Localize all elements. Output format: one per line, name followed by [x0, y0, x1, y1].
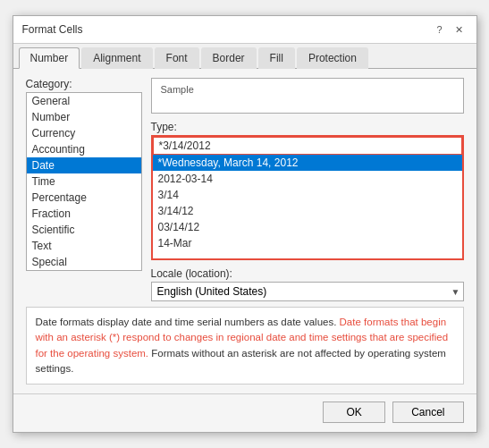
- locale-label: Locale (location):: [151, 267, 464, 280]
- tab-protection[interactable]: Protection: [297, 47, 368, 69]
- type-label: Type:: [151, 121, 464, 133]
- category-percentage[interactable]: Percentage: [27, 190, 141, 206]
- type-list-container[interactable]: *3/14/2012 *Wednesday, March 14, 2012 20…: [151, 135, 464, 260]
- category-custom[interactable]: Custom: [27, 270, 141, 271]
- category-special[interactable]: Special: [27, 254, 141, 270]
- close-button[interactable]: ✕: [451, 21, 468, 38]
- content-area: Category: General Number Currency Accoun…: [13, 69, 476, 393]
- format-cells-dialog: Format Cells ? ✕ Number Alignment Font B…: [13, 15, 477, 433]
- sample-label: Sample: [161, 84, 454, 95]
- tab-font[interactable]: Font: [155, 47, 199, 69]
- title-bar: Format Cells ? ✕: [13, 16, 476, 44]
- ok-button[interactable]: OK: [323, 402, 385, 423]
- type-list: *3/14/2012 *Wednesday, March 14, 2012 20…: [153, 137, 462, 251]
- category-label: Category:: [26, 78, 142, 90]
- category-general[interactable]: General: [27, 93, 141, 109]
- dialog-title: Format Cells: [22, 23, 83, 36]
- type-section: Type: *3/14/2012 *Wednesday, March 14, 2…: [151, 121, 464, 260]
- right-panel: Sample Type: *3/14/2012 *Wednesday, Marc…: [151, 78, 464, 301]
- description-normal-1: Date formats display date and time seria…: [36, 317, 340, 327]
- category-accounting[interactable]: Accounting: [27, 141, 141, 157]
- locale-select-wrapper: English (United States) English (United …: [151, 282, 464, 301]
- sample-section: Sample: [151, 78, 464, 114]
- type-item-2[interactable]: 2012-03-14: [153, 171, 462, 187]
- category-list[interactable]: General Number Currency Accounting Date …: [26, 92, 142, 271]
- category-scientific[interactable]: Scientific: [27, 222, 141, 238]
- locale-section: Locale (location): English (United State…: [151, 267, 464, 301]
- help-button[interactable]: ?: [432, 21, 448, 38]
- category-panel: Category: General Number Currency Accoun…: [26, 78, 142, 301]
- category-time[interactable]: Time: [27, 173, 141, 190]
- description-area: Date formats display date and time seria…: [26, 307, 464, 385]
- title-controls: ? ✕: [432, 21, 468, 38]
- tab-alignment[interactable]: Alignment: [81, 47, 152, 69]
- locale-select[interactable]: English (United States) English (United …: [151, 282, 464, 301]
- category-text[interactable]: Text: [27, 238, 141, 254]
- type-item-6[interactable]: 14-Mar: [153, 235, 462, 251]
- category-number[interactable]: Number: [27, 109, 141, 125]
- category-fraction[interactable]: Fraction: [27, 206, 141, 222]
- type-item-4[interactable]: 3/14/12: [153, 203, 462, 219]
- tab-bar: Number Alignment Font Border Fill Protec…: [13, 44, 476, 69]
- cancel-button[interactable]: Cancel: [392, 402, 463, 423]
- footer: OK Cancel: [13, 393, 476, 432]
- type-item-3[interactable]: 3/14: [153, 187, 462, 203]
- tab-border[interactable]: Border: [201, 47, 257, 69]
- tab-number[interactable]: Number: [19, 47, 80, 69]
- type-item-0[interactable]: *3/14/2012: [153, 137, 462, 155]
- type-item-5[interactable]: 03/14/12: [153, 219, 462, 235]
- type-item-1[interactable]: *Wednesday, March 14, 2012: [153, 155, 462, 171]
- tab-fill[interactable]: Fill: [258, 47, 295, 69]
- category-date[interactable]: Date: [27, 157, 141, 173]
- main-row: Category: General Number Currency Accoun…: [26, 78, 464, 301]
- category-currency[interactable]: Currency: [27, 125, 141, 141]
